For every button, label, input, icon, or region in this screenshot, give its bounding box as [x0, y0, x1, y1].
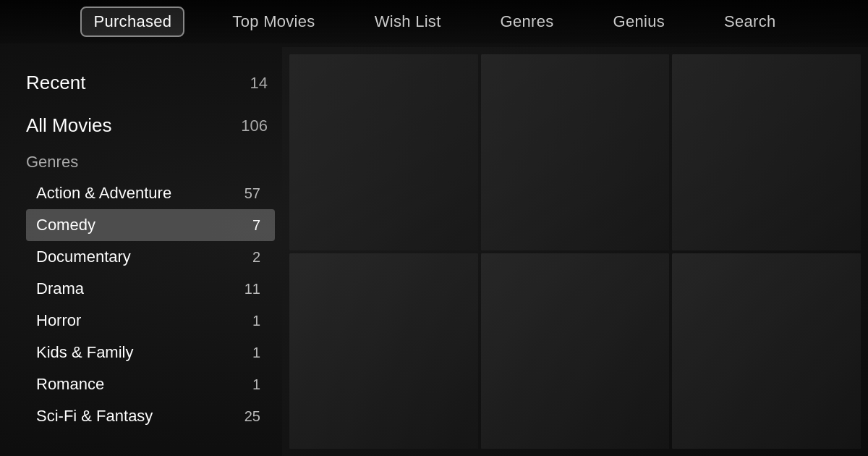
sidebar: Recent 14 All Movies 106 Genres Action &…: [0, 47, 282, 456]
nav-item-genres[interactable]: Genres: [489, 8, 566, 35]
kids-count: 1: [252, 345, 260, 361]
nav-item-search[interactable]: Search: [712, 8, 788, 35]
drama-count: 11: [244, 281, 260, 297]
sidebar-item-recent[interactable]: Recent 14: [26, 62, 282, 104]
kids-label: Kids & Family: [36, 343, 133, 362]
sidebar-item-drama[interactable]: Drama 11: [26, 273, 275, 305]
movie-thumb-5: [481, 253, 670, 449]
movie-thumb-6: [672, 253, 861, 449]
action-label: Action & Adventure: [36, 184, 171, 203]
horror-count: 1: [252, 313, 260, 329]
sidebar-item-all-movies[interactable]: All Movies 106: [26, 104, 282, 147]
movie-thumb-1: [289, 54, 478, 250]
nav-item-wish-list[interactable]: Wish List: [363, 8, 453, 35]
sidebar-item-kids-family[interactable]: Kids & Family 1: [26, 337, 275, 368]
movie-thumb-2: [481, 54, 670, 250]
movie-thumb-4: [289, 253, 478, 449]
navbar: Purchased Top Movies Wish List Genres Ge…: [0, 0, 868, 43]
scifi-count: 25: [244, 408, 260, 425]
documentary-label: Documentary: [36, 248, 131, 266]
drama-label: Drama: [36, 279, 84, 298]
recent-count: 14: [250, 74, 268, 93]
sidebar-item-comedy[interactable]: Comedy 7: [26, 209, 275, 241]
nav-item-genius[interactable]: Genius: [602, 8, 677, 35]
sidebar-item-action[interactable]: Action & Adventure 57: [26, 177, 275, 209]
comedy-count: 7: [252, 217, 260, 234]
romance-count: 1: [252, 376, 260, 393]
sidebar-item-romance[interactable]: Romance 1: [26, 368, 275, 400]
movie-thumb-3: [672, 54, 861, 250]
all-movies-count: 106: [241, 117, 268, 135]
scifi-label: Sci-Fi & Fantasy: [36, 407, 153, 426]
genres-section-label: Genres: [26, 147, 282, 177]
movie-grid: [282, 47, 868, 456]
nav-item-top-movies[interactable]: Top Movies: [221, 8, 326, 35]
nav-item-purchased[interactable]: Purchased: [80, 7, 184, 37]
recent-label: Recent: [26, 72, 85, 94]
romance-label: Romance: [36, 375, 104, 394]
horror-label: Horror: [36, 311, 81, 330]
documentary-count: 2: [252, 249, 260, 266]
sidebar-item-horror[interactable]: Horror 1: [26, 305, 275, 337]
action-count: 57: [244, 185, 260, 202]
sidebar-item-sci-fi[interactable]: Sci-Fi & Fantasy 25: [26, 400, 275, 432]
all-movies-label: All Movies: [26, 114, 111, 137]
sidebar-item-documentary[interactable]: Documentary 2: [26, 241, 275, 273]
comedy-label: Comedy: [36, 216, 95, 235]
